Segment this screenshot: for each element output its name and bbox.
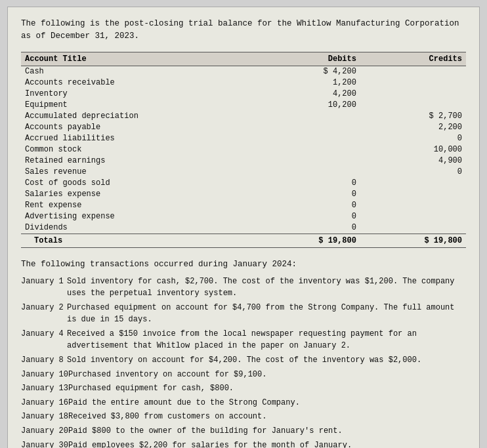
credit-cell: 0 <box>360 133 466 144</box>
debit-cell <box>255 111 360 122</box>
debit-cell: 0 <box>255 178 360 189</box>
credit-cell: $ 2,700 <box>360 111 466 122</box>
credits-header: Credits <box>360 52 466 66</box>
table-row: Cost of goods sold0 <box>21 178 466 189</box>
transaction-desc: Purchased equipment for cash, $800. <box>68 382 466 395</box>
debit-cell: 0 <box>255 211 360 222</box>
totals-label: Totals <box>21 234 255 247</box>
account-cell: Sales revenue <box>21 167 255 178</box>
debits-header: Debits <box>255 52 360 66</box>
credit-cell: 2,200 <box>360 122 466 133</box>
table-row: Accumulated depreciation$ 2,700 <box>21 111 466 122</box>
table-row: Sales revenue0 <box>21 167 466 178</box>
table-row: Common stock10,000 <box>21 144 466 155</box>
transaction-item: January 4Received a $150 invoice from th… <box>21 328 466 352</box>
credit-cell <box>360 211 466 222</box>
transactions-header: The following transactions occurred duri… <box>21 260 466 269</box>
transaction-date: January 18 <box>21 411 68 423</box>
debit-cell: 0 <box>255 222 360 234</box>
table-row: Accounts receivable1,200 <box>21 77 466 89</box>
transaction-item: January 2Purchased equipment on account … <box>21 302 466 326</box>
account-cell: Equipment <box>21 100 255 111</box>
totals-row: Totals $ 19,800 $ 19,800 <box>21 234 466 247</box>
transaction-item: January 8Sold inventory on account for $… <box>21 354 466 367</box>
credit-cell <box>360 222 466 234</box>
credit-cell <box>360 200 466 211</box>
account-cell: Retained earnings <box>21 155 255 167</box>
account-cell: Inventory <box>21 89 255 100</box>
transaction-desc: Received a $150 invoice from the local n… <box>67 328 466 352</box>
account-cell: Accounts payable <box>21 122 255 133</box>
credit-cell: 10,000 <box>360 144 466 155</box>
trial-balance-table: Account Title Debits Credits Cash$ 4,200… <box>21 52 466 248</box>
transaction-date: January 2 <box>21 302 67 326</box>
table-row: Retained earnings4,900 <box>21 155 466 167</box>
debit-cell: 0 <box>255 200 360 211</box>
transaction-date: January 4 <box>21 328 67 352</box>
table-row: Advertising expense0 <box>21 211 466 222</box>
transaction-date: January 8 <box>21 354 67 367</box>
credit-cell <box>360 66 466 77</box>
account-cell: Salaries expense <box>21 189 255 200</box>
transaction-date: January 30 <box>21 439 68 448</box>
credit-cell <box>360 77 466 89</box>
account-cell: Accumulated depreciation <box>21 111 255 122</box>
transactions-list: January 1Sold inventory for cash, $2,700… <box>21 275 466 449</box>
transaction-date: January 1 <box>21 275 67 300</box>
table-row: Accrued liabilities0 <box>21 133 466 144</box>
transaction-desc: Sold inventory for cash, $2,700. The cos… <box>67 275 466 300</box>
account-cell: Cost of goods sold <box>21 178 255 189</box>
table-row: Dividends0 <box>21 222 466 234</box>
account-cell: Cash <box>21 66 255 77</box>
transaction-desc: Purchased inventory on account for $9,10… <box>68 369 466 381</box>
totals-credit: $ 19,800 <box>360 234 466 247</box>
table-row: Salaries expense0 <box>21 189 466 200</box>
credit-cell <box>360 178 466 189</box>
account-cell: Accounts receivable <box>21 77 255 89</box>
table-row: Cash$ 4,200 <box>21 66 466 77</box>
transaction-desc: Paid the entire amount due to the Strong… <box>68 397 466 409</box>
intro-text: The following is the post-closing trial … <box>21 18 466 43</box>
transaction-item: January 18Received $3,800 from customers… <box>21 411 466 423</box>
transaction-desc: Paid employees $2,200 for salaries for t… <box>68 439 466 448</box>
transaction-date: January 13 <box>21 382 68 395</box>
table-row: Equipment10,200 <box>21 100 466 111</box>
credit-cell <box>360 89 466 100</box>
debit-cell: 4,200 <box>255 89 360 100</box>
account-cell: Dividends <box>21 222 255 234</box>
table-row: Accounts payable2,200 <box>21 122 466 133</box>
debit-cell: $ 4,200 <box>255 66 360 77</box>
transaction-desc: Purchased equipment on account for $4,70… <box>67 302 466 326</box>
account-cell: Accrued liabilities <box>21 133 255 144</box>
transaction-date: January 16 <box>21 397 68 409</box>
transaction-date: January 10 <box>21 369 68 381</box>
table-row: Inventory4,200 <box>21 89 466 100</box>
transaction-desc: Received $3,800 from customers on accoun… <box>68 411 466 423</box>
account-cell: Advertising expense <box>21 211 255 222</box>
transaction-desc: Sold inventory on account for $4,200. Th… <box>67 354 466 367</box>
debit-cell: 1,200 <box>255 77 360 89</box>
transaction-item: January 16Paid the entire amount due to … <box>21 397 466 409</box>
credit-cell: 4,900 <box>360 155 466 167</box>
transaction-date: January 20 <box>21 425 68 438</box>
transaction-item: January 13Purchased equipment for cash, … <box>21 382 466 395</box>
debit-cell <box>255 155 360 167</box>
debit-cell <box>255 144 360 155</box>
transaction-item: January 10Purchased inventory on account… <box>21 369 466 381</box>
transaction-item: January 20Paid $800 to the owner of the … <box>21 425 466 438</box>
debit-cell <box>255 167 360 178</box>
page-container: The following is the post-closing trial … <box>7 7 480 448</box>
transaction-desc: Paid $800 to the owner of the building f… <box>68 425 466 438</box>
debit-cell: 0 <box>255 189 360 200</box>
credit-cell <box>360 189 466 200</box>
debit-cell: 10,200 <box>255 100 360 111</box>
debit-cell <box>255 122 360 133</box>
debit-cell <box>255 133 360 144</box>
account-header: Account Title <box>21 52 255 66</box>
account-cell: Rent expense <box>21 200 255 211</box>
totals-debit: $ 19,800 <box>255 234 360 247</box>
transaction-item: January 1Sold inventory for cash, $2,700… <box>21 275 466 300</box>
table-row: Rent expense0 <box>21 200 466 211</box>
transaction-item: January 30Paid employees $2,200 for sala… <box>21 439 466 448</box>
credit-cell <box>360 100 466 111</box>
